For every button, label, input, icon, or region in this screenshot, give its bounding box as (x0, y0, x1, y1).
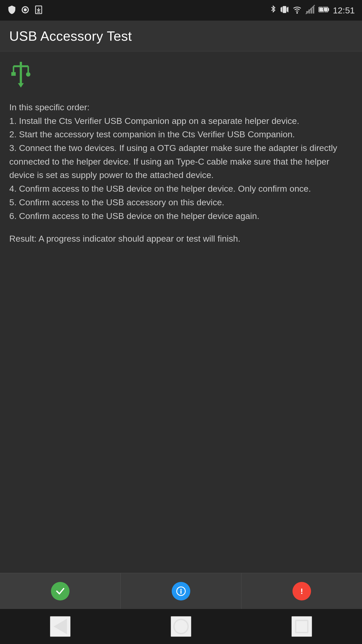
main-content: In this specific order: 1. Install the C… (0, 52, 362, 256)
status-bar-left-icons (7, 5, 43, 15)
home-icon (173, 619, 189, 634)
fail-button[interactable] (242, 573, 362, 609)
vibrate-icon (280, 5, 289, 16)
result-text: Result: A progress indicator should appe… (9, 232, 353, 245)
pass-button[interactable] (0, 573, 121, 609)
signal-off-icon (306, 5, 315, 16)
home-button[interactable] (171, 616, 191, 637)
recents-button[interactable] (291, 616, 312, 637)
instructions-text: In this specific order: 1. Install the C… (9, 100, 353, 223)
fail-icon (292, 582, 311, 600)
svg-point-31 (180, 589, 182, 590)
pass-icon (51, 582, 70, 600)
back-icon (54, 619, 67, 634)
svg-point-34 (301, 592, 303, 594)
svg-point-27 (26, 72, 30, 77)
status-bar-right-icons: 12:51 (270, 5, 355, 16)
shield-icon (7, 5, 16, 15)
status-bar: 12:51 (0, 0, 362, 21)
svg-marker-28 (18, 83, 24, 88)
info-button[interactable] (121, 573, 242, 609)
instructions-step-1: 1. Install the Cts Verifier USB Companio… (9, 114, 353, 128)
svg-rect-14 (313, 6, 314, 14)
instructions-step-2: 2. Start the accessory test companion in… (9, 128, 353, 141)
instructions-intro: In this specific order: (9, 100, 353, 114)
nav-bar (0, 609, 362, 644)
instructions-step-4: 4. Confirm access to the USB device on t… (9, 182, 353, 196)
page-title: USB Accessory Test (9, 28, 132, 44)
svg-point-1 (24, 8, 27, 11)
back-button[interactable] (50, 616, 71, 637)
instructions-step-6: 6. Confirm access to the USB device on t… (9, 209, 353, 223)
recents-icon (295, 620, 308, 633)
usb-icon (9, 62, 353, 91)
info-icon (172, 582, 190, 600)
record-icon (21, 5, 30, 15)
wifi-icon (292, 5, 302, 16)
title-bar: USB Accessory Test (0, 21, 362, 52)
instructions-step-5: 5. Confirm access to the USB accessory o… (9, 196, 353, 209)
svg-rect-25 (11, 72, 16, 76)
bottom-action-bar (0, 573, 362, 609)
svg-rect-5 (283, 6, 286, 13)
bluetooth-icon (270, 5, 277, 16)
status-time: 12:51 (333, 5, 355, 15)
download-icon (34, 5, 43, 15)
battery-icon (318, 5, 329, 16)
svg-point-10 (296, 12, 298, 14)
svg-rect-17 (328, 8, 329, 11)
instructions-step-3: 3. Connect the two devices. If using a O… (9, 141, 353, 182)
